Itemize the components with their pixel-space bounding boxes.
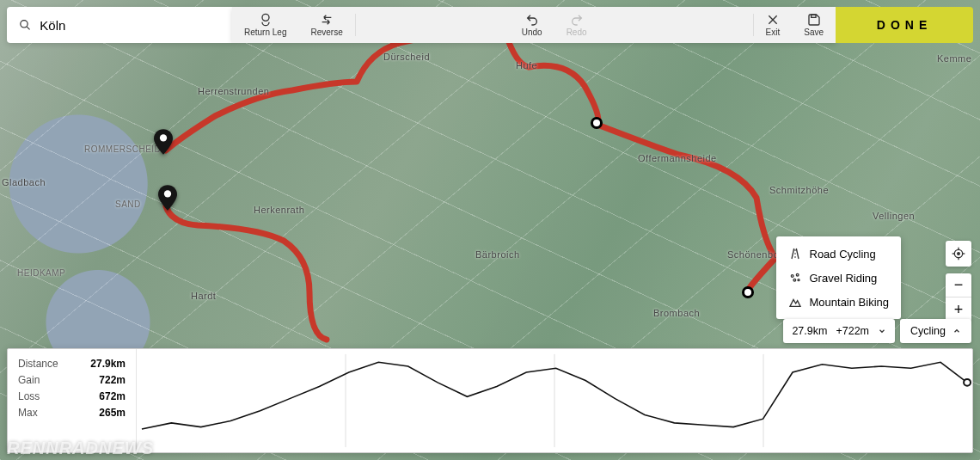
map-label: HEIDKAMP	[17, 268, 65, 278]
map-label: SAND	[115, 199, 141, 209]
map-label: Gladbach	[2, 177, 46, 187]
redo-button[interactable]: Redo	[554, 7, 599, 43]
zoom-control: − +	[946, 273, 971, 322]
ride-type-mtb[interactable]: Mountain Biking	[776, 290, 902, 314]
elevation-panel: Distance27.9km Gain722m Loss672m Max265m	[7, 348, 973, 453]
reverse-icon	[320, 13, 334, 27]
waypoint-pin[interactable]	[154, 129, 173, 155]
map-label: Dürscheid	[383, 52, 430, 62]
summary-elevation: +722m	[836, 325, 869, 337]
ride-type-menu: Road Cycling Gravel Riding Mountain Biki…	[776, 236, 902, 319]
search-box[interactable]	[7, 7, 232, 43]
svg-point-20	[964, 379, 971, 386]
route-summary-pill[interactable]: 27.9km +722m	[783, 319, 895, 343]
undo-icon	[525, 13, 539, 27]
svg-point-13	[791, 275, 793, 278]
map-label: Kemme	[937, 53, 971, 64]
route-point-icon[interactable]	[591, 117, 603, 129]
map-label: Offermannsheide	[638, 153, 717, 163]
save-icon	[807, 13, 821, 27]
waypoint-pin[interactable]	[158, 185, 177, 211]
map-label: Vellingen	[873, 211, 915, 221]
map-label: Herrenstrunden	[198, 86, 269, 96]
zoom-in-button[interactable]: +	[946, 297, 971, 322]
map-label: Schmitzhöhe	[769, 185, 829, 195]
route-point-icon[interactable]	[742, 286, 754, 298]
reverse-button[interactable]: Reverse	[298, 7, 354, 43]
road-icon	[788, 247, 802, 261]
loop-icon	[259, 13, 273, 27]
map-label: Hardt	[191, 291, 216, 301]
svg-point-14	[796, 273, 799, 276]
close-icon	[766, 13, 780, 27]
search-input[interactable]	[40, 18, 220, 33]
map-label: Hufe	[516, 60, 537, 71]
top-toolbar: Return Leg Reverse Undo Redo Exit Save D…	[7, 7, 973, 43]
chevron-up-icon	[952, 327, 961, 335]
locate-me-button[interactable]	[946, 241, 971, 267]
watermark: RENNRADNEWS	[7, 439, 154, 458]
save-button[interactable]: Save	[792, 7, 836, 43]
redo-icon	[570, 13, 584, 27]
svg-point-1	[164, 190, 171, 197]
gravel-icon	[788, 271, 802, 285]
undo-button[interactable]: Undo	[510, 7, 554, 43]
svg-point-0	[160, 134, 167, 141]
svg-point-8	[958, 253, 960, 255]
ride-type-road[interactable]: Road Cycling	[776, 242, 902, 266]
activity-mode-dropdown[interactable]: Cycling	[900, 319, 971, 343]
ride-type-gravel[interactable]: Gravel Riding	[776, 266, 902, 290]
zoom-out-button[interactable]: −	[946, 273, 971, 297]
map-label: Brombach	[653, 308, 700, 318]
mountain-icon	[788, 295, 802, 309]
svg-line-3	[27, 27, 29, 29]
summary-distance: 27.9km	[792, 325, 827, 337]
done-button[interactable]: DONE	[836, 7, 973, 43]
map-label: Herkenrath	[254, 205, 304, 215]
map-label: ROMMERSCHEID	[84, 144, 161, 154]
elevation-chart[interactable]	[137, 349, 972, 452]
svg-rect-6	[811, 15, 815, 17]
svg-point-2	[21, 21, 28, 28]
svg-point-15	[793, 279, 796, 281]
crosshair-icon	[952, 247, 965, 261]
return-leg-button[interactable]: Return Leg	[232, 7, 298, 43]
search-icon	[19, 18, 31, 32]
chevron-down-icon	[878, 327, 886, 335]
map-label: Bärbroich	[475, 249, 520, 260]
exit-button[interactable]: Exit	[754, 7, 793, 43]
elevation-stats: Distance27.9km Gain722m Loss672m Max265m	[8, 349, 137, 452]
svg-point-16	[798, 279, 799, 281]
